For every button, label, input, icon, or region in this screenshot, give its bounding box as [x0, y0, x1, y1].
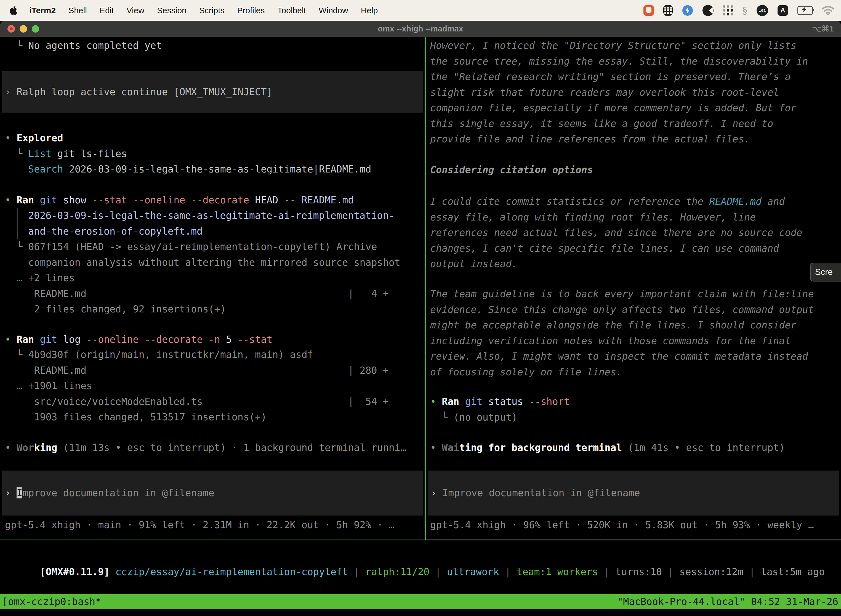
blue-badge-icon[interactable] [682, 5, 693, 16]
terminal-area: └ No agents completed yet › Ralph loop a… [0, 37, 841, 616]
menu-item-view[interactable]: View [127, 6, 144, 15]
terminal-line: README.md | 280 + [5, 363, 389, 378]
terminal-line: • Explored [5, 130, 371, 146]
terminal-line: including verification notes with those … [430, 333, 814, 349]
wifi-icon[interactable] [822, 6, 834, 15]
right-pane-border [426, 540, 841, 540]
terminal-line: output instead. [430, 256, 802, 272]
terminal-line: 1903 files changed, 513517 insertions(+) [5, 409, 389, 425]
left-model-status: gpt-5.4 xhigh · main · 91% left · 2.31M … [5, 517, 394, 533]
menu-bar: iTerm2 ShellEditViewSessionScriptsProfil… [0, 0, 841, 21]
terminal-line: companion analysis without altering the … [5, 255, 400, 270]
battery-icon[interactable] [797, 6, 813, 15]
terminal-line: the source tree, missing the essay. Stil… [430, 54, 808, 69]
ran-git-log-command: • Ran git log --oneline --decorate -n 5 … [5, 332, 273, 348]
terminal-line: … +1901 lines [5, 378, 389, 394]
input-source-icon[interactable]: A [778, 5, 788, 16]
menu-item-session[interactable]: Session [157, 6, 186, 15]
terminal-line: 2026-03-09-is-legal-the-same-as-legitima… [28, 208, 394, 224]
menu-app-name[interactable]: iTerm2 [29, 6, 56, 15]
tmux-status-bar: [omx-cczip0:bash* "MacBook-Pro-44.local"… [0, 594, 841, 609]
menu-item-edit[interactable]: Edit [100, 6, 114, 15]
explored-section: • Explored └ List git ls-files Search 20… [5, 130, 371, 177]
terminal-line: companion file, especially if more comme… [430, 100, 808, 116]
ran-git-show-command: • Ran git show --stat --oneline --decora… [5, 192, 354, 208]
waiting-status-line: • Waiting for background terminal (1m 41… [430, 440, 785, 456]
right-agent-pane[interactable]: However, I noticed the "Directory Struct… [426, 37, 841, 540]
screen-share-button[interactable]: Scre [810, 263, 841, 282]
privacy-grid-icon[interactable] [663, 5, 673, 16]
menu-items: ShellEditViewSessionScriptsProfilesToolb… [69, 6, 390, 15]
close-window-button[interactable] [7, 25, 15, 32]
terminal-line: … +2 lines [5, 270, 400, 286]
terminal-line: might be acceptable alongside the file l… [430, 317, 814, 333]
minimize-window-button[interactable] [20, 25, 27, 32]
right-prompt-input[interactable]: › Improve documentation in @filename [428, 471, 839, 516]
iterm-window: omx --xhigh --madmax ⌥⌘1 └ No agents com… [0, 21, 841, 616]
dots-grid-icon[interactable] [723, 5, 733, 15]
terminal-line: src/voice/voiceModeEnabled.ts | 54 + [5, 394, 389, 409]
tmux-host-clock: "MacBook-Pro-44.local" 04:52 31-Mar-26 [617, 596, 841, 607]
reasoning-paragraph-3: The team guideline is to back every impo… [430, 286, 814, 380]
terminal-line: and-the-erosion-of-copyleft.md [28, 224, 394, 239]
terminal-line: this single essay, it seems like a good … [430, 116, 808, 132]
terminal-line: provide file and line references from th… [430, 131, 808, 147]
agents-note-line: └ No agents completed yet [5, 38, 162, 54]
reasoning-paragraph-2: I could cite commit statistics or refere… [430, 194, 802, 272]
git-show-filename: 2026-03-09-is-legal-the-same-as-legitima… [17, 208, 394, 239]
left-prompt-input[interactable]: › Improve documentation in @filename [2, 471, 423, 516]
terminal-line: changes, I can't cite specific file line… [430, 241, 802, 257]
reasoning-paragraph-1: However, I noticed the "Directory Struct… [430, 38, 808, 147]
terminal-line: references need actual files, and since … [430, 225, 802, 241]
window-title: omx --xhigh --madmax [378, 24, 463, 34]
squiggle-icon[interactable]: § [743, 5, 747, 16]
window-title-bar[interactable]: omx --xhigh --madmax ⌥⌘1 [0, 21, 841, 37]
terminal-line: 2 files changed, 92 insertions(+) [5, 301, 400, 317]
menu-item-profiles[interactable]: Profiles [237, 6, 265, 15]
terminal-line: The team guideline is to back every impo… [430, 286, 814, 302]
terminal-line: slight risk that future readers may over… [430, 85, 808, 100]
terminal-line: README.md | 4 + [5, 286, 400, 302]
menu-item-window[interactable]: Window [319, 6, 348, 15]
terminal-line: essay file, along with finding root file… [430, 210, 802, 225]
terminal-line: Search 2026-03-09-is-legal-the-same-as-l… [5, 161, 371, 177]
reasoning-heading: Considering citation options [430, 162, 593, 178]
chat-bubble-icon[interactable] [643, 5, 654, 16]
inject-banner: › Ralph loop active continue [OMX_TMUX_I… [2, 71, 423, 113]
terminal-line: └ 4b9d30f (origin/main, instructkr/main,… [5, 347, 389, 363]
left-agent-pane[interactable]: └ No agents completed yet › Ralph loop a… [0, 37, 425, 540]
contour-icon[interactable] [702, 5, 714, 16]
terminal-line: However, I noticed the "Directory Struct… [430, 38, 808, 54]
menu-item-help[interactable]: Help [361, 6, 378, 15]
terminal-line: review. Also, I might want to inspect th… [430, 349, 814, 364]
menu-item-scripts[interactable]: Scripts [199, 6, 224, 15]
tmux-session-name: [omx-cczip0:bash* [0, 596, 101, 607]
git-show-output: └ 067f154 (HEAD -> essay/ai-reimplementa… [5, 239, 400, 317]
terminal-line: └ 067f154 (HEAD -> essay/ai-reimplementa… [5, 239, 400, 255]
terminal-line: └ (no output) [430, 409, 570, 425]
terminal-line: └ List git ls-files [5, 146, 371, 162]
omx-session-status-bar: [OMX#0.11.9] cczip/essay/ai-reimplementa… [5, 549, 825, 595]
ran-git-status-command: • Ran git status --short └ (no output) [430, 394, 570, 425]
terminal-line: of focusing solely on file lines. [430, 364, 814, 380]
terminal-line: evidence. Since this change only affects… [430, 302, 814, 318]
menu-item-shell[interactable]: Shell [69, 6, 87, 15]
git-log-output: └ 4b9d30f (origin/main, instructkr/main,… [5, 347, 389, 425]
window-shortcut-badge: ⌥⌘1 [812, 24, 834, 34]
right-model-status: gpt-5.4 xhigh · 96% left · 520K in · 5.8… [430, 517, 814, 533]
menu-item-toolbelt[interactable]: Toolbelt [278, 6, 306, 15]
working-status-line: • Working (11m 13s • esc to interrupt) ·… [5, 440, 406, 456]
terminal-line: I could cite commit statistics or refere… [430, 194, 802, 210]
apple-menu-icon[interactable] [9, 5, 19, 16]
left-pane-border [0, 540, 426, 540]
terminal-line: the "Related research writing" section i… [430, 69, 808, 85]
zoom-window-button[interactable] [32, 25, 39, 32]
badge-61-icon[interactable]: ..61 [757, 5, 768, 16]
